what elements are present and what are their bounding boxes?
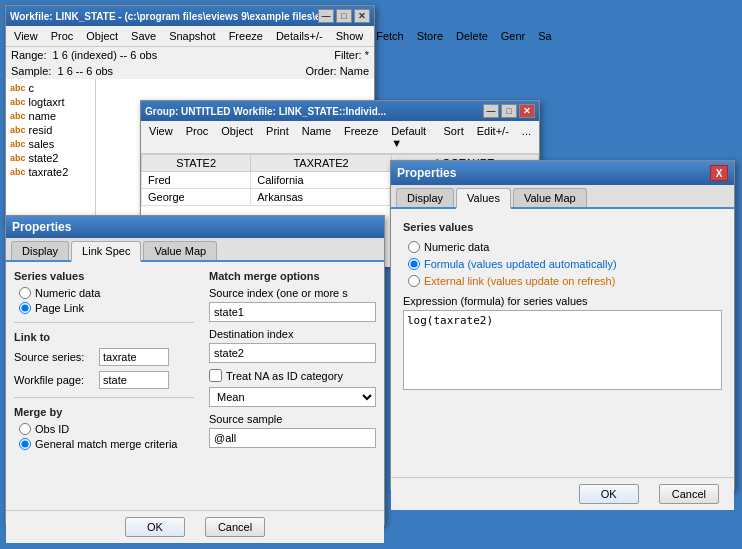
- workfile-minimize-btn[interactable]: —: [318, 9, 334, 23]
- series-item-c[interactable]: abc c: [8, 81, 93, 95]
- radio-general-match-input[interactable]: [19, 438, 31, 450]
- group-menu-print[interactable]: Print: [260, 122, 295, 152]
- group-menu-name[interactable]: Name: [296, 122, 337, 152]
- props-right-ok-btn[interactable]: OK: [579, 484, 639, 504]
- menu-genr[interactable]: Genr: [495, 27, 531, 45]
- mean-dropdown[interactable]: Mean: [209, 387, 376, 407]
- group-menu-bar: View Proc Object Print Name Freeze Defau…: [141, 121, 539, 154]
- group-minimize-btn[interactable]: —: [483, 104, 499, 118]
- source-series-label: Source series:: [14, 351, 94, 363]
- props-right-col: Match merge options Source index (one or…: [209, 270, 376, 492]
- props-right-cancel-btn[interactable]: Cancel: [659, 484, 719, 504]
- group-menu-default[interactable]: Default ▼: [385, 122, 436, 152]
- expr-area[interactable]: [403, 310, 722, 390]
- radio-formula-item[interactable]: Formula (values updated automatically): [408, 258, 722, 270]
- col-header-state2: STATE2: [142, 155, 251, 172]
- radio-numeric-input[interactable]: [19, 287, 31, 299]
- expr-label: Expression (formula) for series values: [403, 295, 722, 307]
- series-name-name: name: [29, 110, 57, 122]
- group-menu-sort[interactable]: Sort: [438, 122, 470, 152]
- tab-values[interactable]: Values: [456, 188, 511, 209]
- group-close-btn[interactable]: ✕: [519, 104, 535, 118]
- props-right-dialog: Properties X Display Values Value Map Se…: [390, 160, 735, 490]
- series-item-taxrate2[interactable]: abc taxrate2: [8, 165, 93, 179]
- menu-show[interactable]: Show: [330, 27, 370, 45]
- series-name-sales: sales: [29, 138, 55, 150]
- series-values-radios-right: Numeric data Formula (values updated aut…: [408, 241, 722, 287]
- group-menu-view[interactable]: View: [143, 122, 179, 152]
- props-right-title-bar: Properties X: [391, 161, 734, 185]
- group-menu-freeze[interactable]: Freeze: [338, 122, 384, 152]
- props-right-footer: OK Cancel: [391, 477, 734, 510]
- source-series-group: Source series:: [14, 348, 194, 366]
- series-icon-logtaxrt: abc: [10, 97, 26, 107]
- tab-link-spec[interactable]: Link Spec: [71, 241, 141, 262]
- group-menu-more[interactable]: ...: [516, 122, 537, 152]
- radio-page-link-item[interactable]: Page Link: [19, 302, 194, 314]
- menu-snapshot[interactable]: Snapshot: [163, 27, 221, 45]
- workfile-maximize-btn[interactable]: □: [336, 9, 352, 23]
- props-right-body: Series values Numeric data Formula (valu…: [391, 209, 734, 477]
- menu-delete[interactable]: Delete: [450, 27, 494, 45]
- series-name-c: c: [29, 82, 35, 94]
- series-icon-sales: abc: [10, 139, 26, 149]
- workfile-page-input[interactable]: [99, 371, 169, 389]
- menu-proc[interactable]: Proc: [45, 27, 80, 45]
- menu-save[interactable]: Save: [125, 27, 162, 45]
- group-menu-proc[interactable]: Proc: [180, 122, 215, 152]
- menu-view[interactable]: View: [8, 27, 44, 45]
- series-item-name[interactable]: abc name: [8, 109, 93, 123]
- radio-obs-id-input[interactable]: [19, 423, 31, 435]
- radio-external-item[interactable]: External link (values update on refresh): [408, 275, 722, 287]
- props-left-content: Series values Numeric data Page Link Lin…: [14, 270, 376, 492]
- series-item-state2[interactable]: abc state2: [8, 151, 93, 165]
- series-item-resid[interactable]: abc resid: [8, 123, 93, 137]
- tab-value-map-left[interactable]: Value Map: [143, 241, 217, 260]
- radio-external-input[interactable]: [408, 275, 420, 287]
- radio-numeric-item[interactable]: Numeric data: [19, 287, 194, 299]
- menu-fetch[interactable]: Fetch: [370, 27, 410, 45]
- menu-store[interactable]: Store: [411, 27, 449, 45]
- props-left-cancel-btn[interactable]: Cancel: [205, 517, 265, 537]
- radio-numeric-right-input[interactable]: [408, 241, 420, 253]
- divider-1: [14, 322, 194, 323]
- col-header-taxrate2: TAXRATE2: [251, 155, 392, 172]
- group-menu-object[interactable]: Object: [215, 122, 259, 152]
- series-icon-taxrate2: abc: [10, 167, 26, 177]
- series-item-logtaxrt[interactable]: abc logtaxrt: [8, 95, 93, 109]
- radio-numeric-label: Numeric data: [35, 287, 100, 299]
- radio-page-link-label: Page Link: [35, 302, 84, 314]
- group-menu-edit[interactable]: Edit+/-: [471, 122, 515, 152]
- radio-formula-input[interactable]: [408, 258, 420, 270]
- radio-obs-id-item[interactable]: Obs ID: [19, 423, 194, 435]
- radio-obs-id-label: Obs ID: [35, 423, 69, 435]
- props-right-title: Properties: [397, 166, 456, 180]
- radio-external-label: External link (values update on refresh): [424, 275, 615, 287]
- radio-page-link-input[interactable]: [19, 302, 31, 314]
- workfile-page-group: Workfile page:: [14, 371, 194, 389]
- workfile-close-btn[interactable]: ✕: [354, 9, 370, 23]
- menu-object[interactable]: Object: [80, 27, 124, 45]
- series-item-sales[interactable]: abc sales: [8, 137, 93, 151]
- props-right-close-btn[interactable]: X: [710, 165, 728, 181]
- menu-sa[interactable]: Sa: [532, 27, 557, 45]
- props-left-ok-btn[interactable]: OK: [125, 517, 185, 537]
- source-index-input[interactable]: [209, 302, 376, 322]
- treat-na-checkbox[interactable]: [209, 369, 222, 382]
- radio-numeric-right-item[interactable]: Numeric data: [408, 241, 722, 253]
- dest-index-input[interactable]: [209, 343, 376, 363]
- menu-freeze[interactable]: Freeze: [223, 27, 269, 45]
- props-left-body: Series values Numeric data Page Link Lin…: [6, 262, 384, 510]
- treat-na-item[interactable]: Treat NA as ID category: [209, 369, 376, 382]
- tab-value-map-right[interactable]: Value Map: [513, 188, 587, 207]
- series-values-label: Series values: [14, 270, 194, 282]
- source-index-label: Source index (one or more s: [209, 287, 376, 299]
- radio-general-match-item[interactable]: General match merge criteria: [19, 438, 194, 450]
- tab-display-left[interactable]: Display: [11, 241, 69, 260]
- source-series-input[interactable]: [99, 348, 169, 366]
- source-sample-input[interactable]: [209, 428, 376, 448]
- tab-display-right[interactable]: Display: [396, 188, 454, 207]
- group-maximize-btn[interactable]: □: [501, 104, 517, 118]
- series-icon-state2: abc: [10, 153, 26, 163]
- menu-details[interactable]: Details+/-: [270, 27, 329, 45]
